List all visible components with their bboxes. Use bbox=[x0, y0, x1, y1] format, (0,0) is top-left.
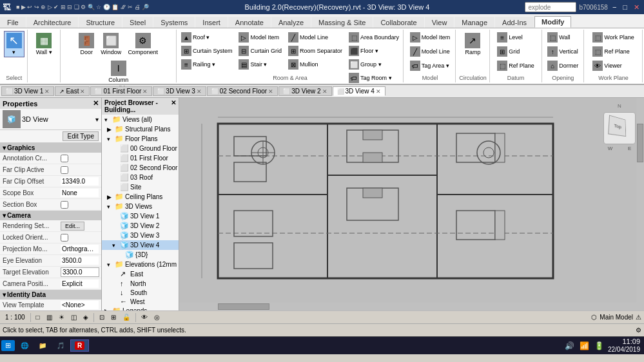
start-button[interactable]: ⊞ bbox=[1, 340, 15, 351]
sys-icon-battery[interactable]: 🔋 bbox=[593, 341, 605, 351]
taskbar-chrome[interactable]: 🌐 bbox=[16, 340, 33, 351]
tab-3d-view-3[interactable]: ⬜ 3D View 3 ✕ bbox=[153, 86, 206, 96]
mullion-button[interactable]: ⊠ Mullion bbox=[286, 58, 345, 71]
expand-3dv4[interactable]: ▾ bbox=[112, 242, 119, 249]
view-ctrl-reveal-hidden[interactable]: ◎ bbox=[151, 312, 162, 322]
target-elevation-input[interactable] bbox=[61, 267, 99, 277]
ref-plane-button[interactable]: ⬚ Ref Plane bbox=[494, 59, 537, 72]
scroll-thumb-bottom[interactable] bbox=[218, 303, 269, 310]
group-button[interactable]: ⬜ Group ▾ bbox=[346, 58, 402, 71]
vertical-button[interactable]: ↑ Vertical bbox=[545, 45, 581, 58]
tree-west[interactable]: ← West bbox=[102, 297, 179, 306]
view-ctrl-detail[interactable]: □ bbox=[34, 312, 43, 322]
wall-button[interactable]: ▦ Wall ▾ bbox=[34, 31, 55, 57]
tree-views-all[interactable]: ▾ 📁 Views (all) bbox=[102, 115, 179, 124]
settings-icon[interactable]: ⚙ bbox=[636, 327, 641, 334]
browser-close[interactable]: ✕ bbox=[171, 99, 176, 113]
view-ctrl-show-render[interactable]: ◈ bbox=[81, 312, 91, 322]
tab-view[interactable]: View bbox=[425, 17, 454, 28]
tree-structural-plans[interactable]: ▶ 📁 Structural Plans bbox=[102, 124, 179, 134]
tab-3d-view-4[interactable]: ⬜ 3D View 4 ✕ bbox=[333, 86, 385, 96]
railing-button[interactable]: ≡ Railing ▾ bbox=[179, 58, 235, 71]
roof-button[interactable]: ▲ Roof ▾ bbox=[179, 31, 235, 44]
tree-site[interactable]: ⬜ Site bbox=[102, 182, 179, 192]
section-graphics-expand[interactable]: ▾ bbox=[3, 144, 6, 151]
curtain-system-button[interactable]: ⊞ Curtain System bbox=[179, 44, 235, 57]
close-button[interactable]: ✕ bbox=[632, 3, 641, 12]
select-button[interactable]: ↖ ▾ bbox=[4, 31, 24, 57]
component-button[interactable]: ⚙ Component bbox=[125, 31, 161, 57]
close-tab-2f[interactable]: ✕ bbox=[268, 88, 273, 95]
sys-icon-network[interactable]: 📶 bbox=[578, 341, 590, 351]
work-plane-button[interactable]: ⬚ Work Plane bbox=[590, 31, 636, 44]
window-button[interactable]: ⬜ Window bbox=[98, 31, 124, 57]
scrollbar-right[interactable] bbox=[636, 98, 644, 310]
tree-02-second[interactable]: ⬜ 02 Second Floor bbox=[102, 163, 179, 173]
far-clip-active-checkbox[interactable] bbox=[61, 166, 68, 174]
ref-plane2-button[interactable]: ⬚ Ref Plane bbox=[590, 45, 636, 58]
tab-02-second-floor[interactable]: ⬜ 02 Second Floor ✕ bbox=[207, 86, 278, 96]
tab-manage[interactable]: Manage bbox=[454, 17, 494, 28]
nav-cube-box[interactable]: Top bbox=[603, 112, 636, 144]
scroll-thumb-right[interactable] bbox=[637, 124, 643, 162]
tab-east[interactable]: ↗ East ✕ bbox=[55, 86, 90, 96]
scrollbar-bottom[interactable] bbox=[179, 303, 636, 310]
room-separator-button[interactable]: ⊞ Room Separator bbox=[286, 44, 345, 57]
tab-file[interactable]: File bbox=[0, 17, 26, 28]
tree-03-roof[interactable]: ⬜ 03 Roof bbox=[102, 173, 179, 182]
tab-3d-view-2[interactable]: ⬜ 3D View 2 ✕ bbox=[278, 86, 331, 96]
close-tab-3dv1[interactable]: ✕ bbox=[44, 88, 50, 95]
tab-massing[interactable]: Massing & Site bbox=[311, 17, 373, 28]
expand-3d-views[interactable]: ▾ bbox=[107, 204, 113, 210]
tab-steel[interactable]: Steel bbox=[122, 17, 153, 28]
tag-area-button[interactable]: 🏷 Tag Area ▾ bbox=[407, 59, 453, 72]
tree-east[interactable]: ↗ East bbox=[102, 269, 179, 279]
search-input[interactable] bbox=[525, 2, 576, 12]
tree-legends[interactable]: ▶ 📁 Legends bbox=[102, 306, 179, 310]
tab-analyze[interactable]: Analyze bbox=[271, 17, 311, 28]
maximize-button[interactable]: □ bbox=[621, 3, 629, 11]
taskbar-revit[interactable]: R bbox=[70, 339, 89, 352]
prop-type-dropdown[interactable]: ▾ bbox=[95, 116, 99, 123]
sys-icon-volume[interactable]: 🔊 bbox=[563, 341, 576, 351]
dormer-button[interactable]: ⌂ Dormer bbox=[545, 59, 581, 72]
tab-annotate[interactable]: Annotate bbox=[228, 17, 271, 28]
tree-3d-default[interactable]: 🧊 {3D} bbox=[102, 250, 179, 260]
tree-01-first[interactable]: ⬜ 01 First Floor bbox=[102, 153, 179, 163]
rendering-edit-button[interactable]: Edit... bbox=[61, 222, 84, 231]
taskbar-finder[interactable]: 📁 bbox=[34, 340, 51, 351]
model-item-button[interactable]: ▷ Model Item bbox=[236, 31, 284, 44]
grid-button[interactable]: ⊞ Grid bbox=[494, 45, 537, 58]
tab-systems[interactable]: Systems bbox=[153, 17, 195, 28]
view-ctrl-temp-hide[interactable]: 👁 bbox=[139, 312, 150, 322]
tree-ceiling-plans[interactable]: ▶ 📁 Ceiling Plans bbox=[102, 192, 179, 202]
close-tab-3dv2[interactable]: ✕ bbox=[322, 88, 327, 95]
tab-modify[interactable]: Modify bbox=[534, 16, 571, 28]
tree-3d-views[interactable]: ▾ 📁 3D Views bbox=[102, 202, 179, 211]
edit-type-button[interactable]: Edit Type bbox=[63, 131, 99, 141]
view-ctrl-crop[interactable]: ⊡ bbox=[97, 312, 107, 322]
stair-button[interactable]: ▤ Stair ▾ bbox=[236, 58, 284, 71]
wall-opening-button[interactable]: ⬚ Wall bbox=[545, 31, 581, 44]
section-identity-expand[interactable]: ▾ bbox=[3, 291, 6, 298]
expand-structural-plans[interactable]: ▶ bbox=[107, 126, 113, 133]
tree-north[interactable]: ↑ North bbox=[102, 279, 179, 288]
tab-01-first-floor[interactable]: ⬜ 01 First Floor ✕ bbox=[90, 86, 152, 96]
floor-button[interactable]: ⬛ Floor ▾ bbox=[346, 44, 402, 57]
tree-elevations[interactable]: ▾ 📁 Elevations (12mm Cin bbox=[102, 260, 179, 269]
model-line2-button[interactable]: ╱ Model Line bbox=[407, 45, 453, 58]
minimize-button[interactable]: − bbox=[610, 3, 618, 11]
expand-elevations[interactable]: ▾ bbox=[107, 262, 113, 268]
properties-close[interactable]: ✕ bbox=[93, 99, 99, 108]
view-ctrl-sun[interactable]: ☀ bbox=[56, 312, 67, 322]
tree-floor-plans[interactable]: ▾ 📁 Floor Plans bbox=[102, 134, 179, 144]
tree-south[interactable]: ↓ South bbox=[102, 288, 179, 297]
close-tab-3dv4[interactable]: ✕ bbox=[376, 88, 381, 95]
canvas-area[interactable]: N Top W E bbox=[179, 98, 644, 310]
tree-00-ground[interactable]: ⬜ 00 Ground Floor bbox=[102, 144, 179, 153]
section-box-checkbox[interactable] bbox=[61, 201, 68, 209]
tab-collaborate[interactable]: Collaborate bbox=[373, 17, 424, 28]
view-ctrl-show-crop[interactable]: ⊞ bbox=[108, 312, 119, 322]
tab-3d-view-1[interactable]: ⬜ 3D View 1 ✕ bbox=[1, 86, 54, 96]
curtain-grid-button[interactable]: ⊟ Curtain Grid bbox=[236, 44, 284, 57]
